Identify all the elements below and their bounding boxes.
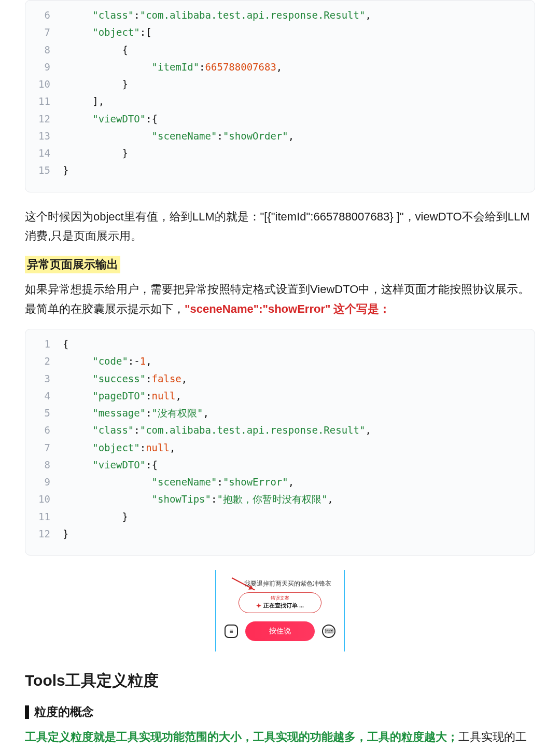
code-line: 10 "showTips":"抱歉，你暂时没有权限", [25, 491, 535, 508]
code-content: } [63, 525, 68, 543]
code-content: "success":false, [63, 370, 187, 387]
code-block-1: 6 "class":"com.alibaba.test.api.response… [25, 0, 535, 192]
line-number: 11 [25, 508, 63, 525]
code-line: 1{ [25, 336, 535, 353]
code-line: 12} [25, 525, 535, 543]
line-number: 2 [25, 353, 63, 370]
pill-text: 正在查找订单 ... [263, 602, 304, 609]
line-number: 5 [25, 405, 63, 422]
code-line: 15} [25, 162, 535, 179]
line-number: 14 [25, 145, 63, 162]
sparkle-icon: ✦ [256, 602, 261, 609]
line-number: 11 [25, 93, 63, 110]
code-content: "viewDTO":{ [63, 110, 158, 128]
line-number: 3 [25, 370, 63, 387]
line-number: 12 [25, 110, 63, 128]
code-line: 3 "success":false, [25, 370, 535, 387]
code-line: 12 "viewDTO":{ [25, 110, 535, 128]
code-content: "viewDTO":{ [63, 456, 158, 474]
mobile-mockup: 我要退掉前两天买的紫色冲锋衣 错误文案 ✦ 正在查找订单 ... ≡ 按住说 ⌨ [215, 570, 345, 651]
line-number: 6 [25, 422, 63, 439]
code-line: 9 "sceneName":"showError", [25, 474, 535, 491]
code-content: "code":-1, [63, 353, 152, 370]
code-line: 10 } [25, 76, 535, 93]
code-content: "class":"com.alibaba.test.api.response.R… [63, 7, 371, 24]
code-line: 6 "class":"com.alibaba.test.api.response… [25, 422, 535, 439]
line-number: 10 [25, 76, 63, 93]
code-line: 7 "object":null, [25, 439, 535, 456]
paragraph-1: 这个时候因为object里有值，给到LLM的就是："[{"itemId":665… [25, 207, 535, 246]
subheading: 粒度的概念 [25, 704, 535, 720]
highlight-heading: 异常页面展示输出 [25, 256, 120, 273]
code-content: "showTips":"抱歉，你暂时没有权限", [63, 491, 333, 508]
line-number: 6 [25, 7, 63, 24]
line-number: 13 [25, 128, 63, 145]
code-line: 5 "message":"没有权限", [25, 405, 535, 422]
code-content: "class":"com.alibaba.test.api.response.R… [63, 422, 371, 439]
code-line: 8 "viewDTO":{ [25, 456, 535, 474]
code-content: ], [63, 93, 104, 110]
paragraph-2: 如果异常想提示给用户，需要把异常按照特定格式设置到ViewDTO中，这样页面才能… [25, 280, 535, 318]
code-content: "object":[ [63, 24, 152, 41]
section-heading: Tools工具定义粒度 [25, 670, 535, 691]
line-number: 12 [25, 525, 63, 543]
code-line: 11 ], [25, 93, 535, 110]
code-content: } [63, 76, 128, 93]
control-row: ≡ 按住说 ⌨ [225, 621, 335, 641]
paragraph-3: 工具定义粒度就是工具实现功能范围的大小，工具实现的功能越多，工具的粒度越大；工具… [25, 727, 535, 749]
subheading-text: 粒度的概念 [34, 704, 94, 720]
code-content: "sceneName":"showError", [63, 474, 294, 491]
code-content: { [63, 336, 68, 353]
status-pill[interactable]: 错误文案 ✦ 正在查找订单 ... [239, 592, 321, 613]
line-number: 8 [25, 456, 63, 474]
code-content: "pageDTO":null, [63, 387, 181, 405]
line-number: 15 [25, 162, 63, 179]
code-block-2: 1{2 "code":-1,3 "success":false,4 "pageD… [25, 329, 535, 556]
scene-name-emphasis: "sceneName":"showError" 这个写是： [185, 302, 390, 315]
code-content: } [63, 145, 128, 162]
code-line: 2 "code":-1, [25, 353, 535, 370]
code-line: 8 { [25, 41, 535, 59]
code-content: "sceneName":"showOrder", [63, 128, 294, 145]
heading-bar-icon [25, 705, 29, 719]
keyboard-icon[interactable]: ⌨ [322, 625, 335, 638]
code-content: "message":"没有权限", [63, 405, 209, 422]
line-number: 9 [25, 59, 63, 76]
line-number: 9 [25, 474, 63, 491]
code-line: 11 } [25, 508, 535, 525]
code-line: 14 } [25, 145, 535, 162]
code-line: 9 "itemId":665788007683, [25, 59, 535, 76]
code-content: "itemId":665788007683, [63, 59, 282, 76]
code-content: "object":null, [63, 439, 175, 456]
arrow-annotation [232, 577, 258, 578]
line-number: 1 [25, 336, 63, 353]
code-content: } [63, 162, 68, 179]
line-number: 10 [25, 491, 63, 508]
line-number: 8 [25, 41, 63, 59]
code-line: 7 "object":[ [25, 24, 535, 41]
line-number: 4 [25, 387, 63, 405]
pill-small-label: 错误文案 [239, 596, 321, 601]
paragraph-3-emphasis: 工具定义粒度就是工具实现功能范围的大小，工具实现的功能越多，工具的粒度越大； [25, 730, 458, 743]
hold-to-speak-button[interactable]: 按住说 [245, 621, 315, 641]
code-content: { [63, 41, 128, 59]
code-line: 13 "sceneName":"showOrder", [25, 128, 535, 145]
code-line: 6 "class":"com.alibaba.test.api.response… [25, 7, 535, 24]
code-content: } [63, 508, 128, 525]
list-icon[interactable]: ≡ [225, 625, 238, 638]
line-number: 7 [25, 439, 63, 456]
code-line: 4 "pageDTO":null, [25, 387, 535, 405]
line-number: 7 [25, 24, 63, 41]
user-message: 我要退掉前两天买的紫色冲锋衣 [244, 579, 335, 588]
